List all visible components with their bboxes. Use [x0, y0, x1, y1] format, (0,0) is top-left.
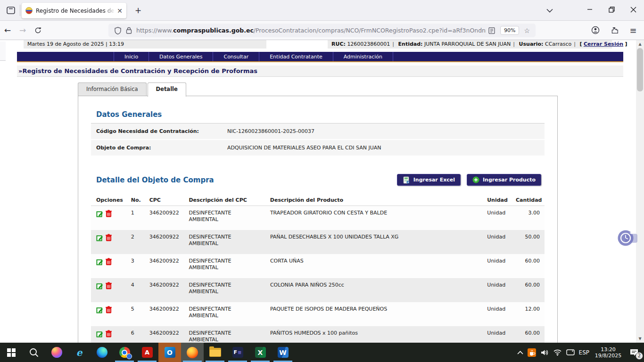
back-button[interactable]: ← [0, 23, 15, 37]
scroll-down-icon[interactable]: ▼ [636, 335, 644, 342]
nav-item-administracion[interactable]: Administración [333, 52, 393, 61]
taskbar-search-button[interactable] [23, 343, 45, 362]
row-cpc: 346200922 [144, 206, 184, 230]
row-producto: CORTA UÑAS [265, 254, 482, 278]
delete-icon[interactable] [106, 282, 112, 289]
reload-button[interactable] [30, 23, 45, 37]
taskbar-outlook-button[interactable]: O [158, 343, 181, 362]
display-tray-icon[interactable] [566, 349, 575, 356]
notification-count-badge: 2 [636, 352, 643, 360]
lock-icon[interactable] [126, 27, 132, 34]
edit-icon[interactable] [96, 306, 103, 313]
logout-link[interactable]: Cerrar Sesión [584, 41, 623, 47]
tray-chevron-up-icon[interactable] [517, 351, 523, 354]
url-bar[interactable]: https://www.compraspublicas.gob.ec/Proce… [108, 24, 536, 37]
edit-icon[interactable] [96, 234, 103, 241]
nav-item-entidad-contratante[interactable]: Entidad Contratante [259, 52, 333, 61]
col-desc-producto: Descripción del Producto [265, 197, 482, 203]
minimize-button[interactable] [579, 0, 601, 19]
col-desc-cpc: Descripción del CPC [183, 197, 264, 203]
taskbar-clock[interactable]: 13:20 19/8/2025 [594, 346, 623, 359]
tab-close-icon[interactable]: ✕ [117, 8, 123, 14]
list-all-tabs-icon[interactable] [543, 4, 557, 17]
menu-hamburger-icon[interactable]: ≡ [626, 23, 640, 37]
firefox-view-icon[interactable] [5, 5, 17, 16]
add-circle-icon [472, 176, 479, 183]
row-unidad: Unidad [482, 302, 511, 326]
delete-icon[interactable] [106, 330, 112, 337]
delete-icon[interactable] [106, 306, 112, 313]
volume-icon[interactable] [540, 349, 549, 356]
row-cpc: 346200922 [144, 278, 184, 302]
nav-item-inicio[interactable]: Inicio [114, 52, 149, 61]
edit-icon[interactable] [96, 282, 103, 289]
session-bar: RUC: 1260023860001| Entidad: JUNTA PARRO… [328, 40, 612, 49]
start-button[interactable] [0, 343, 23, 362]
taskbar-fec-button[interactable]: F≡ [226, 343, 249, 362]
notification-center-button[interactable]: 2 [627, 346, 641, 360]
account-icon[interactable] [588, 23, 603, 37]
user-label: Usuario: [519, 41, 544, 47]
taskbar-excel-button[interactable]: X [249, 343, 272, 362]
restore-button[interactable] [601, 0, 622, 19]
system-tray: ESP 13:20 19/8/2025 2 [517, 343, 641, 362]
taskbar-file-explorer-button[interactable] [204, 343, 226, 362]
ingresar-excel-label: Ingresar Excel [413, 177, 455, 183]
entity-label: Entidad: [398, 41, 423, 47]
col-cpc: CPC [144, 197, 184, 203]
language-indicator[interactable]: ESP [579, 349, 589, 356]
java-tray-icon[interactable] [528, 348, 536, 357]
taskbar-word-button[interactable]: W [272, 343, 294, 362]
browser-tab[interactable]: Registro de Necesidades de Co ✕ [22, 3, 126, 18]
tab-informacion-basica[interactable]: Información Básica [78, 82, 147, 96]
word-icon: W [278, 347, 289, 358]
vertical-scrollbar[interactable]: ▲ ▼ [636, 40, 644, 362]
close-window-button[interactable] [622, 0, 644, 19]
file-explorer-icon [209, 348, 221, 357]
reader-view-icon[interactable] [488, 27, 495, 34]
delete-icon[interactable] [106, 234, 112, 241]
web-page: Martes 19 de Agosto de 2025 | 13:19 RUC:… [0, 40, 636, 362]
taskbar-chrome-button[interactable] [113, 343, 136, 362]
tab-detalle[interactable]: Detalle [148, 82, 186, 97]
zoom-level-badge[interactable]: 90% [500, 26, 519, 35]
taskbar-firefox-button[interactable] [181, 343, 204, 362]
shield-icon[interactable] [115, 27, 121, 34]
url-text[interactable]: https://www.compraspublicas.gob.ec/Proce… [136, 27, 486, 34]
url-domain: compraspublicas.gob.ec [173, 27, 254, 34]
dg-row-codigo: Código Necesidad de Contratación: NIC-12… [91, 123, 545, 140]
delete-icon[interactable] [106, 210, 112, 217]
page-title: »Registro de Necesidades de Contratación… [17, 66, 623, 77]
table-row: 3 346200922 DESINFECTANTE AMBIENTAL CORT… [91, 254, 545, 278]
scroll-up-icon[interactable]: ▲ [636, 41, 644, 48]
ingresar-excel-button[interactable]: x Ingresar Excel [397, 174, 461, 186]
edit-icon[interactable] [96, 210, 103, 217]
extensions-puzzle-icon[interactable] [607, 23, 621, 37]
main-navigation: Inicio Datos Generales Consultar Entidad… [17, 52, 623, 62]
forward-button[interactable]: → [15, 23, 30, 37]
edit-icon[interactable] [96, 330, 103, 337]
row-cpc-desc: DESINFECTANTE AMBIENTAL [189, 258, 238, 271]
edit-icon[interactable] [96, 258, 103, 265]
entity-value: JUNTA PARROQUIAL DE SAN JUAN [424, 41, 511, 47]
taskbar-internet-explorer-button[interactable]: e [68, 343, 91, 362]
taskbar-acrobat-button[interactable]: A [136, 343, 158, 362]
taskbar-copilot-button[interactable] [45, 343, 68, 362]
ingresar-producto-button[interactable]: Ingresar Producto [467, 174, 541, 186]
new-tab-button[interactable]: + [132, 5, 144, 16]
wifi-icon[interactable] [553, 349, 562, 356]
scrollbar-thumb[interactable] [637, 48, 643, 91]
delete-icon[interactable] [106, 258, 112, 265]
taskbar-edge-button[interactable] [91, 343, 113, 362]
objeto-value: ADQUISICION DE MATERIALES ASEO PARA EL C… [227, 145, 381, 151]
dg-row-objeto: Objeto de Compra: ADQUISICION DE MATERIA… [91, 140, 545, 156]
bookmark-star-icon[interactable]: ☆ [524, 27, 530, 34]
datos-generales-heading: Datos Generales [96, 110, 557, 119]
outlook-icon: O [165, 347, 175, 358]
timer-extension-widget[interactable] [617, 229, 637, 247]
nav-item-datos-generales[interactable]: Datos Generales [149, 52, 213, 61]
row-unidad: Unidad [482, 230, 511, 254]
nav-item-consultar[interactable]: Consultar [213, 52, 259, 61]
browser-toolbar: ← → https://www.compraspublicas.gob.ec/P… [0, 21, 644, 40]
fec-app-icon: F≡ [232, 347, 243, 358]
